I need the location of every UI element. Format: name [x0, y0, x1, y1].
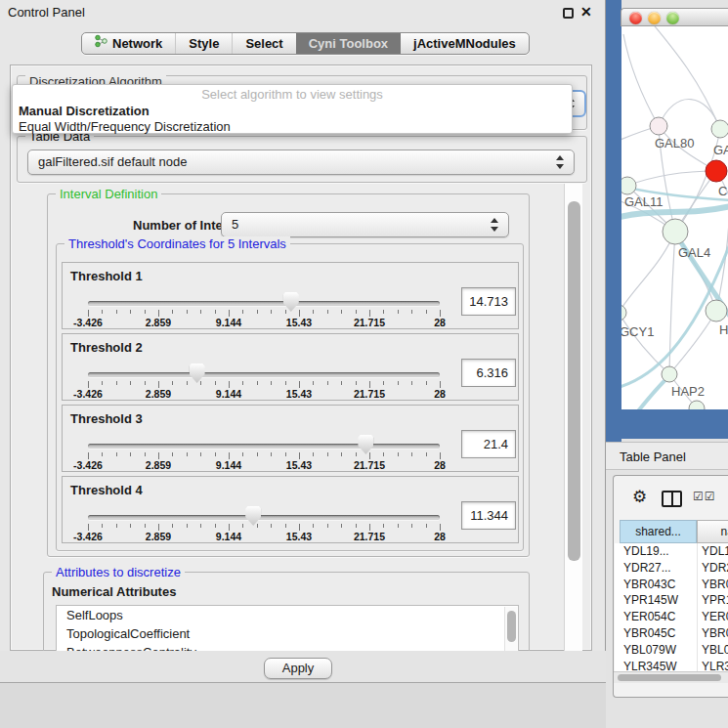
slider-tick [158, 310, 159, 317]
threshold-value-field[interactable]: 11.344 [461, 501, 516, 530]
slider-tick-label: 28 [415, 388, 464, 400]
table-hscrollbar-thumb[interactable] [618, 674, 721, 681]
cell-shared-name[interactable]: YBR045C [623, 625, 694, 642]
cell-name[interactable]: YER054C [702, 609, 728, 625]
node-pink[interactable] [650, 117, 667, 135]
slider-tick [172, 524, 173, 528]
mac-zoom-icon[interactable] [666, 12, 679, 24]
attribute-list-item[interactable]: BetweennessCentrality [57, 643, 518, 651]
threshold-value-field[interactable]: 6.316 [461, 359, 516, 387]
cell-name[interactable]: YLR345W [702, 659, 728, 671]
slider-tick [327, 524, 328, 528]
tab-style[interactable]: Style [175, 33, 232, 54]
mac-close-icon[interactable] [629, 12, 642, 24]
checkbox-icons[interactable]: ☑☑ [693, 490, 716, 503]
cell-shared-name[interactable]: YER054C [623, 609, 694, 625]
threshold-label: Threshold 4 [70, 483, 143, 497]
node-gcy1[interactable] [621, 305, 626, 321]
split-pane-icon[interactable] [662, 491, 682, 507]
node-gal4[interactable] [663, 219, 688, 244]
threshold-value-field[interactable]: 21.4 [461, 430, 516, 458]
table-row[interactable]: YDR27...YDR27... [615, 560, 728, 577]
slider-tick [172, 452, 173, 456]
threshold-slider-track[interactable] [88, 301, 440, 306]
dropdown-item-manual-discretization[interactable]: Manual Discretization [17, 104, 568, 119]
threshold-slider-track[interactable] [88, 515, 440, 520]
algorithm-dropdown-popup: Select algorithm to view settings Manual… [12, 84, 573, 134]
attribute-list-item[interactable]: TopologicalCoefficient [57, 624, 518, 643]
slider-tick [158, 381, 159, 388]
slider-tick [369, 381, 370, 388]
cell-name[interactable]: YDR27... [702, 560, 728, 577]
number-of-intervals-value: 5 [232, 217, 238, 232]
apply-button[interactable]: Apply [264, 658, 332, 679]
cell-name[interactable]: YDL19... [702, 543, 728, 560]
table-row[interactable]: YDL19...YDL19... [615, 543, 728, 560]
attribute-list-item[interactable]: SelfLoops [57, 606, 518, 624]
threshold-value-field[interactable]: 14.713 [461, 287, 516, 316]
cell-shared-name[interactable]: YDL19... [623, 543, 694, 560]
slider-tick-label: 9.144 [204, 317, 253, 328]
node-right-mid[interactable] [706, 300, 727, 321]
gear-icon[interactable]: ⚙ [632, 487, 647, 507]
tab-cyni-toolbox[interactable]: Cyni Toolbox [296, 33, 401, 54]
cell-shared-name[interactable]: YBL079W [623, 642, 694, 659]
mac-minimize-icon[interactable] [648, 12, 661, 24]
number-of-intervals-combo[interactable]: 5 [221, 212, 509, 237]
tab-jactivemnodules[interactable]: jActiveMNodules [401, 33, 529, 54]
cell-shared-name[interactable]: YLR345W [623, 659, 694, 671]
slider-tick-label: -3.426 [64, 317, 112, 328]
slider-tick-label: 15.43 [275, 531, 323, 542]
node-gal11[interactable] [621, 177, 636, 194]
column-header-shared-name[interactable]: shared... [620, 520, 697, 543]
cell-shared-name[interactable]: YDR27... [623, 560, 694, 577]
node-right-top[interactable] [711, 120, 728, 138]
settings-scrollbar-thumb[interactable] [568, 201, 580, 561]
tab-select[interactable]: Select [232, 33, 295, 54]
cell-name[interactable]: YBR045C [702, 625, 728, 642]
slider-tick [383, 524, 384, 528]
slider-tick [426, 381, 427, 385]
slider-tick [271, 310, 272, 314]
slider-tick [426, 310, 427, 314]
node-selected-red[interactable] [706, 160, 727, 182]
slider-tick-label: -3.426 [64, 531, 112, 542]
table-row[interactable]: YER054CYER054C [615, 609, 728, 625]
slider-tick [130, 524, 131, 528]
slider-tick [88, 381, 89, 388]
threshold-slider-handle[interactable] [245, 506, 261, 526]
network-canvas[interactable]: GAL80GACGAL11GAL4GCY1HHAP2 [621, 26, 728, 409]
slider-tick [411, 381, 412, 385]
cell-name[interactable]: YBL079W [702, 642, 728, 659]
float-window-icon[interactable] [563, 8, 574, 19]
slider-tick [356, 452, 357, 456]
network-desktop-background [606, 0, 621, 442]
threshold-label: Threshold 2 [70, 340, 143, 355]
threshold-slider-handle[interactable] [358, 435, 373, 454]
table-row[interactable]: YBR043CYBR043C [615, 577, 728, 593]
table-row[interactable]: YLR345WYLR345W [615, 659, 728, 671]
dropdown-item-equal-width-frequency[interactable]: Equal Width/Frequency Discretization [17, 119, 568, 135]
slider-tick [215, 524, 216, 528]
threshold-slider-track[interactable] [88, 444, 440, 449]
threshold-slider-handle[interactable] [190, 364, 205, 383]
threshold-3-panel: Threshold 3-3.4262.8599.14415.4321.71528… [62, 405, 519, 472]
cell-name[interactable]: YBR043C [702, 577, 728, 593]
attributes-scrollbar-thumb[interactable] [507, 611, 516, 642]
tab-network[interactable]: Network [82, 33, 175, 54]
cell-name[interactable]: YPR145W [702, 592, 728, 609]
table-data-combo-value: galFiltered.sif default node [38, 154, 187, 169]
column-header-name[interactable]: name [697, 520, 728, 543]
table-row[interactable]: YBL079WYBL079W [615, 642, 728, 659]
cell-shared-name[interactable]: YPR145W [623, 592, 694, 609]
slider-tick [341, 310, 342, 314]
table-row[interactable]: YBR045CYBR045C [615, 625, 728, 642]
cell-shared-name[interactable]: YBR043C [623, 577, 694, 593]
table-data-combo[interactable]: galFiltered.sif default node [27, 150, 575, 175]
node-hap2[interactable] [662, 366, 677, 382]
table-row[interactable]: YPR145WYPR145W [615, 592, 728, 609]
threshold-slider-handle[interactable] [283, 292, 299, 312]
tab-label: Style [189, 33, 219, 54]
threshold-slider-track[interactable] [88, 372, 440, 377]
close-icon[interactable]: ✕ [580, 4, 592, 20]
